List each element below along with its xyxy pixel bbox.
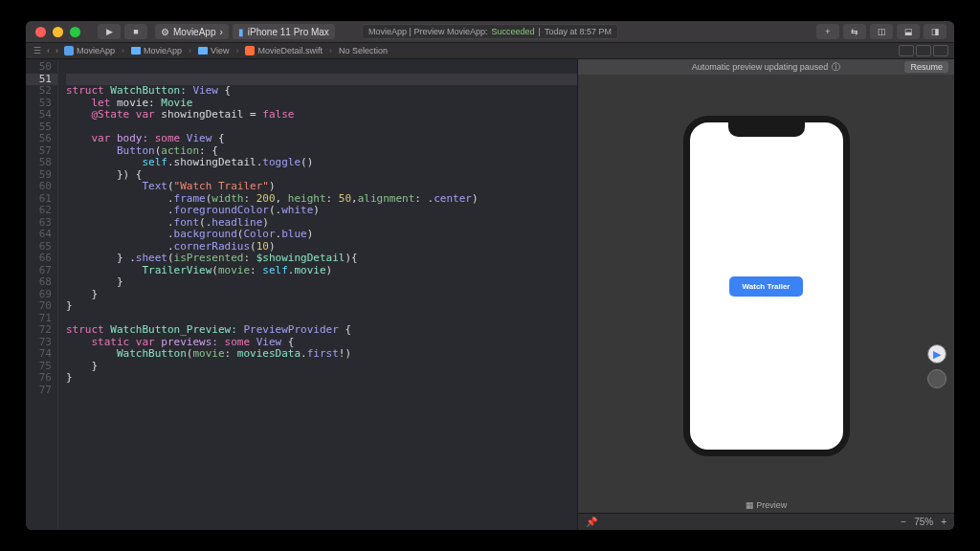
main-split: 50 51 5253545556575859606162636465666768… — [26, 59, 954, 530]
zoom-icon[interactable] — [70, 27, 80, 37]
preview-caption: ▦ Preview — [578, 497, 954, 513]
zoom-bar: 📌 − 75% + — [578, 513, 954, 530]
layout-right-button[interactable]: ◨ — [924, 24, 947, 39]
titlebar-right: + ⇆ ◫ ⬓ ◨ — [816, 24, 947, 39]
device-notch — [728, 121, 805, 137]
preview-pane: Automatic preview updating paused ⓘ Resu… — [577, 59, 954, 530]
preview-settings-button[interactable] — [927, 369, 947, 388]
titlebar: ▶ ■ ⚙ MovieApp › ▮ iPhone 11 Pro Max Mov… — [26, 21, 954, 42]
code-review-button[interactable]: ⇆ — [843, 24, 866, 39]
traffic-lights — [26, 27, 80, 37]
watch-trailer-button[interactable]: Watch Trailer — [729, 276, 804, 297]
build-status: MovieApp | Preview MovieApp: Succeeded |… — [362, 24, 618, 39]
preview-icon: ▦ — [746, 500, 757, 510]
line-gutter: 50 51 5253545556575859606162636465666768… — [26, 59, 58, 530]
crumb-file[interactable]: MovieDetail.swift — [245, 46, 323, 55]
crumb-folder[interactable]: View — [198, 46, 229, 55]
add-editor-icon[interactable] — [933, 45, 948, 56]
swift-file-icon — [245, 46, 255, 55]
minimize-icon[interactable] — [53, 27, 63, 37]
preview-controls: ▶ — [927, 344, 947, 388]
banner-text: Automatic preview updating paused — [692, 62, 829, 72]
run-button[interactable]: ▶ — [98, 24, 121, 39]
crumb-symbol[interactable]: No Selection — [339, 46, 388, 55]
preview-banner: Automatic preview updating paused ⓘ Resu… — [578, 59, 954, 75]
close-icon[interactable] — [35, 27, 46, 37]
zoom-out-button[interactable]: − — [901, 517, 906, 527]
scheme-device: iPhone 11 Pro Max — [248, 27, 329, 37]
crumb-group[interactable]: MovieApp — [131, 46, 182, 55]
breadcrumb-right — [899, 45, 954, 56]
status-prefix: MovieApp | Preview MovieApp: — [368, 27, 487, 36]
stop-button[interactable]: ■ — [124, 24, 147, 39]
pin-icon[interactable]: 📌 — [586, 517, 597, 527]
code-content[interactable]: struct WatchButton: View { let movie: Mo… — [58, 59, 577, 530]
scheme-app: MovieApp — [173, 27, 215, 37]
crumb-project[interactable]: MovieApp — [64, 46, 115, 55]
folder-icon — [131, 47, 141, 55]
device-icon: ▮ — [238, 27, 244, 37]
scheme-selector[interactable]: ⚙ MovieApp › ▮ iPhone 11 Pro Max — [155, 24, 335, 39]
project-icon — [64, 46, 74, 55]
chevron-right-icon: › — [219, 27, 222, 37]
folder-icon — [198, 47, 208, 55]
device-frame: Watch Trailer — [683, 116, 850, 456]
nav-back-icon[interactable]: ‹ — [47, 46, 50, 55]
assistant-layout-icon[interactable] — [899, 45, 914, 56]
status-result: Succeeded — [491, 27, 534, 36]
code-editor[interactable]: 50 51 5253545556575859606162636465666768… — [26, 59, 577, 530]
xcode-window: ▶ ■ ⚙ MovieApp › ▮ iPhone 11 Pro Max Mov… — [26, 21, 954, 530]
preview-canvas[interactable]: Watch Trailer ▶ — [578, 75, 954, 497]
resume-button[interactable]: Resume — [904, 61, 948, 73]
zoom-in-button[interactable]: + — [941, 517, 947, 527]
status-time: Today at 8:57 PM — [545, 27, 612, 36]
zoom-value: 75% — [914, 517, 933, 527]
info-icon[interactable]: ⓘ — [832, 61, 840, 74]
run-controls: ▶ ■ — [98, 24, 147, 39]
sidebar-toggle-icon[interactable]: ☰ — [33, 46, 41, 55]
breadcrumb: ☰ ‹ › MovieApp MovieApp View MovieDetail… — [26, 42, 954, 59]
app-icon: ⚙ — [161, 27, 169, 37]
live-preview-button[interactable]: ▶ — [927, 344, 947, 364]
nav-forward-icon[interactable]: › — [56, 46, 58, 55]
layout-bottom-button[interactable]: ⬓ — [897, 24, 920, 39]
layout-left-button[interactable]: ◫ — [870, 24, 893, 39]
add-button[interactable]: + — [816, 24, 839, 39]
minimap-icon[interactable] — [916, 45, 931, 56]
